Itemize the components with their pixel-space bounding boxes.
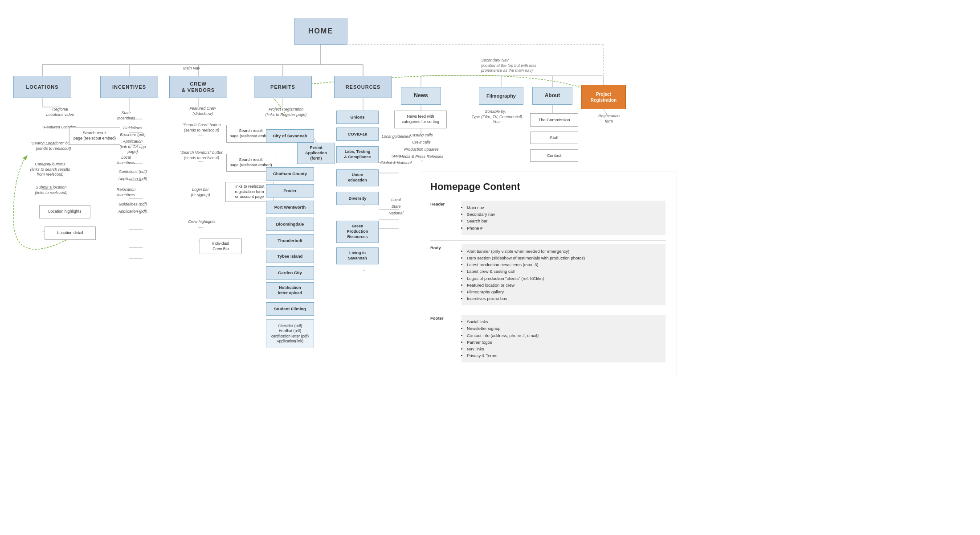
- footer-partners: Partner logos: [467, 339, 660, 346]
- filmography-label: Filmography: [486, 93, 516, 99]
- about-contact[interactable]: Contact: [530, 149, 578, 162]
- about-commission[interactable]: The Commission: [530, 113, 578, 127]
- news-production: Production updates: [395, 147, 448, 152]
- project-reg-label: ProjectRegistration: [591, 91, 617, 103]
- loc-search-result[interactable]: Search resultpage (reelscout embed): [69, 127, 120, 145]
- perm-portwentworth[interactable]: Port Wentworth: [266, 201, 314, 214]
- perm-student[interactable]: Student Filming: [266, 302, 314, 316]
- news-label: News: [414, 92, 428, 99]
- loc-detail[interactable]: Location detail: [45, 226, 96, 240]
- inc-application: Application(link to GA app page): [115, 139, 151, 155]
- header-secondary-nav: Secondary nav: [467, 211, 660, 218]
- body-label: Body: [430, 245, 461, 250]
- secondary-nav-label: Secondary Nav(located at the top but wit…: [481, 58, 548, 74]
- body-news: Latest production news items (max. 3): [467, 261, 660, 268]
- about-staff[interactable]: Staff: [530, 132, 578, 144]
- header-content: Main nav Secondary nav Search bar Phone …: [461, 201, 666, 235]
- locations-label: LOCATIONS: [26, 84, 59, 90]
- perm-application[interactable]: PermitApplication(form): [297, 143, 335, 164]
- res-labs-global: Global & National: [376, 160, 416, 166]
- node-filmography[interactable]: Filmography: [479, 87, 523, 105]
- node-permits[interactable]: PERMITS: [254, 76, 312, 98]
- perm-notification[interactable]: Notificationletter upload: [266, 282, 314, 299]
- footer-social: Social links: [467, 318, 660, 325]
- node-news[interactable]: News: [401, 87, 441, 105]
- res-union-edu[interactable]: Unioneducation: [336, 169, 379, 186]
- home-label: HOME: [308, 27, 333, 36]
- footer-content: Social links Newsletter signup Contact i…: [461, 315, 666, 362]
- perm-reg: Project Registration(links to Register p…: [262, 107, 310, 117]
- node-project-registration[interactable]: ProjectRegistration: [581, 85, 626, 109]
- crew-vendors-btn: "Search Vendors" button(sends to reelsco…: [178, 150, 225, 160]
- main-nav-label: Main Nav: [174, 66, 209, 71]
- inc-local-app: Application (pdf): [115, 177, 151, 182]
- permits-label: PERMITS: [270, 84, 295, 90]
- footer-privacy: Privacy & Terms: [467, 352, 660, 359]
- homepage-content-title: Homepage Content: [430, 181, 666, 193]
- perm-garden[interactable]: Garden City: [266, 266, 314, 280]
- crew-login: Login bar(or signup): [178, 187, 223, 198]
- inc-reloc-guide: Guidelines (pdf): [115, 202, 151, 207]
- res-div-national: National: [376, 211, 416, 216]
- loc-category: Category buttons(links to search results…: [24, 162, 76, 177]
- body-content: Alert banner (only visible when needed f…: [461, 244, 666, 306]
- perm-savannah[interactable]: City of Savannah: [266, 129, 314, 143]
- perm-pooler[interactable]: Pooler: [266, 184, 314, 198]
- body-row: Body Alert banner (only visible when nee…: [430, 244, 666, 306]
- res-living[interactable]: Living inSavannah: [336, 247, 379, 264]
- res-diversity[interactable]: Diversity: [336, 192, 379, 205]
- perm-checklist[interactable]: Checklist (pdf)Hardhat (pdf)certificatio…: [266, 319, 314, 348]
- home-node[interactable]: HOME: [294, 18, 347, 45]
- diagram-container: HOME Main Nav Secondary Nav(located at t…: [0, 0, 980, 535]
- perm-thunderbolt[interactable]: Thunderbolt: [266, 234, 314, 247]
- crew-search-btn: "Search Crew" button(sends to reelscout): [178, 123, 225, 133]
- body-crew-casting: Latest crew & casting call: [467, 268, 660, 275]
- res-unions[interactable]: Unions: [336, 111, 379, 124]
- perm-chatham[interactable]: Chatham County: [266, 167, 314, 181]
- res-div-state: State: [376, 204, 416, 210]
- loc-submit: Submit a location(links to reelscout): [27, 185, 76, 195]
- incentives-label: INCENTIVES: [112, 84, 146, 90]
- header-main-nav: Main nav: [467, 204, 660, 211]
- inc-state: StateIncentives: [108, 111, 144, 121]
- inc-guidelines: Guidelines: [115, 126, 151, 131]
- body-filmography: Filmography gallery: [467, 288, 660, 295]
- node-resources[interactable]: RESOURCES: [334, 76, 392, 98]
- body-incentives: Incentives promo box: [467, 295, 660, 302]
- inc-local-guide: Guidelines (pdf): [115, 169, 151, 175]
- crew-label: CREW& VENDORS: [182, 81, 215, 94]
- res-green[interactable]: GreenProductionResources: [336, 221, 379, 243]
- footer-newsletter: Newsletter signup: [467, 325, 660, 332]
- footer-nav: Nav links: [467, 346, 660, 352]
- body-alert: Alert banner (only visible when needed f…: [467, 248, 660, 255]
- news-media: Media & Press Releases: [395, 154, 448, 160]
- res-div-local: Local: [376, 198, 416, 203]
- footer-row: Footer Social links Newsletter signup Co…: [430, 315, 666, 362]
- divider-2: [430, 311, 666, 311]
- header-phone: Phone #: [467, 225, 660, 231]
- node-about[interactable]: About: [532, 87, 572, 105]
- reg-form: Registrationform: [589, 114, 629, 124]
- node-incentives[interactable]: INCENTIVES: [100, 76, 158, 98]
- res-covid[interactable]: COVID-19: [336, 128, 379, 141]
- header-search-bar: Search bar: [467, 218, 660, 224]
- crew-highlights: Crew highlights: [180, 219, 224, 225]
- res-labs[interactable]: Labs, Testing& Compliance: [336, 146, 379, 163]
- perm-tybee[interactable]: Tybee Island: [266, 250, 314, 263]
- loc-highlights[interactable]: Location highlights: [39, 205, 90, 218]
- perm-bloomingdale[interactable]: Bloomingdale: [266, 218, 314, 231]
- node-crew[interactable]: CREW& VENDORS: [169, 76, 227, 98]
- body-featured: Featured location or crew: [467, 282, 660, 288]
- about-label: About: [545, 92, 560, 99]
- inc-brochure: Brochure (pdf): [115, 132, 151, 138]
- inc-relocation: RelocationIncentives: [108, 187, 144, 198]
- inc-reloc-app: Application (pdf): [115, 209, 151, 214]
- crew-bio[interactable]: IndividualCrew Bio: [200, 239, 242, 254]
- footer-label: Footer: [430, 316, 461, 321]
- node-locations[interactable]: LOCATIONS: [13, 76, 71, 98]
- news-feed[interactable]: News feed withcategories for sorting: [394, 111, 447, 128]
- footer-contact: Contact info (address, phone #, email): [467, 332, 660, 339]
- divider-1: [430, 240, 666, 241]
- news-casting: Casting calls: [395, 133, 448, 138]
- crew-featured: Featured Crew(slideshow): [180, 106, 225, 116]
